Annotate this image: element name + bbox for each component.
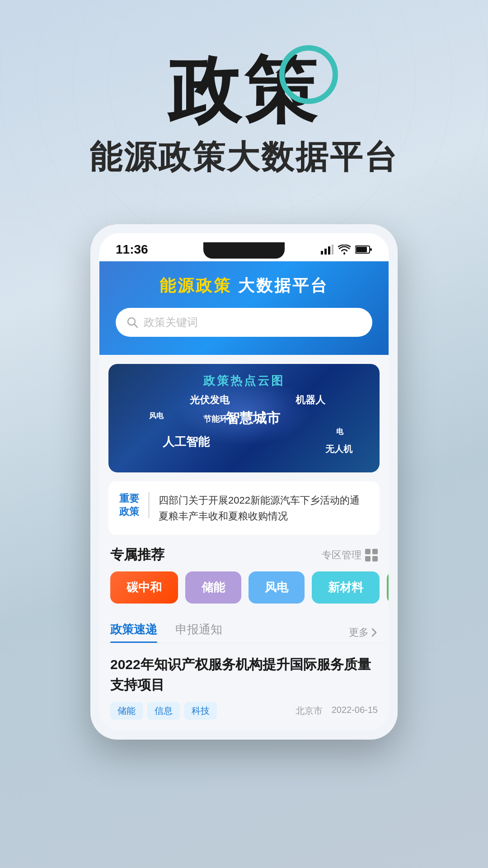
cloud-tag-jiqiren: 机器人 [296, 393, 325, 407]
search-placeholder-text: 政策关键词 [144, 315, 198, 330]
pill-xincailiao[interactable]: 新材料 [312, 571, 380, 604]
app-title-yellow: 能源政策 [160, 276, 232, 295]
status-icons [321, 245, 372, 255]
pill-tanzhonghe[interactable]: 碳中和 [110, 571, 178, 604]
svg-rect-7 [332, 245, 333, 255]
section-manage-button[interactable]: 专区管理 [322, 548, 378, 562]
svg-rect-11 [370, 248, 372, 251]
battery-icon [355, 245, 372, 255]
category-pills: 碳中和 储能 风电 新材料 + [99, 571, 389, 604]
policy-text: 四部门关于开展2022新能源汽车下乡活动的通夏粮丰产丰收和夏粮收购情况 [159, 492, 360, 524]
news-tag-chuneng: 储能 [110, 702, 143, 720]
news-article[interactable]: 2022年知识产权服务机构提升国际服务质量 支持项目 储能 信息 科技 北京市 … [99, 643, 389, 727]
cloud-tag-dian: 电 [336, 427, 343, 437]
cloud-tag-zhihui: 智慧城市 [226, 409, 280, 428]
app-title-white: 大数据平台 [238, 276, 328, 295]
search-icon [127, 316, 138, 328]
cloud-tag-guangfu: 光伏发电 [190, 393, 230, 407]
policy-label: 重要 政策 [119, 492, 150, 518]
phone-notch [203, 242, 285, 259]
tab-application-notice[interactable]: 申报通知 [175, 622, 222, 643]
phone-screen: 11:36 [99, 233, 389, 731]
signal-icon [321, 245, 333, 255]
hero-section: 政策 能源政策大数据平台 [0, 0, 488, 206]
chevron-right-icon [371, 628, 378, 637]
pill-chuneng[interactable]: 储能 [185, 571, 241, 604]
status-time: 11:36 [116, 242, 148, 257]
cloud-tag-rengong: 人工智能 [163, 434, 210, 450]
svg-line-13 [134, 324, 137, 327]
pill-more-categories[interactable]: + [387, 571, 389, 604]
grid-icon [365, 549, 378, 561]
hero-subtitle: 能源政策大数据平台 [0, 136, 488, 179]
tab-policy-express[interactable]: 政策速递 [110, 622, 157, 643]
phone-mockup: 11:36 [90, 224, 398, 740]
tab-more-button[interactable]: 更多 [349, 626, 378, 639]
svg-rect-5 [324, 249, 327, 255]
hot-cloud-card[interactable]: 政策热点云图 光伏发电 机器人 风电 节能环保 智慧城市 人工智能 电 无人机 [108, 364, 380, 472]
cloud-tag-wurenji: 无人机 [325, 443, 352, 455]
search-bar[interactable]: 政策关键词 [116, 308, 372, 337]
svg-point-8 [343, 253, 345, 255]
news-tag-list: 储能 信息 科技 [110, 702, 217, 720]
news-tag-keji: 科技 [184, 702, 217, 720]
exclusive-section-header: 专属推荐 专区管理 [99, 535, 389, 571]
news-meta: 北京市 2022-06-15 [296, 705, 378, 717]
svg-rect-10 [356, 247, 367, 252]
news-location: 北京市 [296, 705, 323, 717]
exclusive-section-title: 专属推荐 [110, 546, 164, 564]
news-title: 2022年知识产权服务机构提升国际服务质量 支持项目 [110, 654, 378, 695]
app-header-title: 能源政策 大数据平台 [116, 275, 372, 297]
pill-fengdian[interactable]: 风电 [249, 571, 305, 604]
important-policy-row[interactable]: 重要 政策 四部门关于开展2022新能源汽车下乡活动的通夏粮丰产丰收和夏粮收购情… [108, 481, 380, 535]
wifi-icon [338, 245, 351, 255]
tabs-bar: 政策速递 申报通知 更多 [99, 613, 389, 643]
teal-circle-decoration [279, 45, 338, 104]
news-date: 2022-06-15 [332, 705, 378, 717]
svg-rect-6 [328, 246, 330, 255]
svg-rect-4 [321, 251, 323, 255]
cloud-tag-fengedian: 风电 [149, 411, 164, 421]
app-header: 能源政策 大数据平台 政策关键词 [99, 261, 389, 355]
news-tags-row: 储能 信息 科技 北京市 2022-06-15 [110, 702, 378, 720]
news-tag-xinxi: 信息 [147, 702, 180, 720]
